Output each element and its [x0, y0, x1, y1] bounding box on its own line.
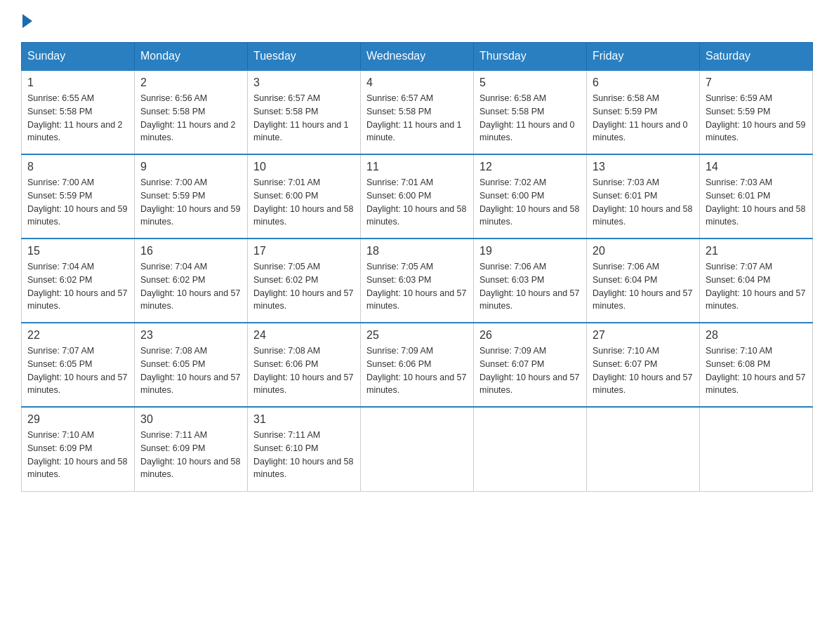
day-cell: 21 Sunrise: 7:07 AM Sunset: 6:04 PM Dayl…	[700, 239, 813, 323]
day-info: Sunrise: 7:03 AM Sunset: 6:01 PM Dayligh…	[706, 176, 807, 229]
day-cell: 22 Sunrise: 7:07 AM Sunset: 6:05 PM Dayl…	[22, 323, 135, 407]
day-info: Sunrise: 6:59 AM Sunset: 5:59 PM Dayligh…	[706, 92, 807, 145]
day-number: 9	[140, 161, 241, 173]
day-cell: 26 Sunrise: 7:09 AM Sunset: 6:07 PM Dayl…	[474, 323, 587, 407]
week-row-2: 8 Sunrise: 7:00 AM Sunset: 5:59 PM Dayli…	[22, 154, 813, 239]
day-cell: 5 Sunrise: 6:58 AM Sunset: 5:58 PM Dayli…	[474, 70, 587, 154]
day-info: Sunrise: 6:57 AM Sunset: 5:58 PM Dayligh…	[253, 92, 355, 145]
day-info: Sunrise: 7:05 AM Sunset: 6:02 PM Dayligh…	[253, 260, 355, 313]
day-info: Sunrise: 7:04 AM Sunset: 6:02 PM Dayligh…	[140, 260, 241, 313]
day-info: Sunrise: 7:02 AM Sunset: 6:00 PM Dayligh…	[479, 176, 581, 229]
header-sunday: Sunday	[22, 43, 135, 71]
day-cell: 9 Sunrise: 7:00 AM Sunset: 5:59 PM Dayli…	[135, 154, 248, 239]
week-row-3: 15 Sunrise: 7:04 AM Sunset: 6:02 PM Dayl…	[22, 239, 813, 323]
day-info: Sunrise: 6:56 AM Sunset: 5:58 PM Dayligh…	[140, 92, 241, 145]
day-cell: 2 Sunrise: 6:56 AM Sunset: 5:58 PM Dayli…	[135, 70, 248, 154]
day-cell: 4 Sunrise: 6:57 AM Sunset: 5:58 PM Dayli…	[361, 70, 474, 154]
day-number: 28	[706, 329, 807, 342]
day-cell	[587, 407, 700, 491]
logo	[21, 14, 34, 28]
day-number: 3	[253, 76, 355, 89]
day-cell: 20 Sunrise: 7:06 AM Sunset: 6:04 PM Dayl…	[587, 239, 700, 323]
day-cell: 28 Sunrise: 7:10 AM Sunset: 6:08 PM Dayl…	[700, 323, 813, 407]
day-cell: 31 Sunrise: 7:11 AM Sunset: 6:10 PM Dayl…	[248, 407, 361, 491]
day-number: 24	[253, 329, 355, 342]
week-row-5: 29 Sunrise: 7:10 AM Sunset: 6:09 PM Dayl…	[22, 407, 813, 491]
day-info: Sunrise: 7:09 AM Sunset: 6:07 PM Dayligh…	[479, 344, 581, 397]
day-number: 27	[593, 329, 694, 342]
week-row-1: 1 Sunrise: 6:55 AM Sunset: 5:58 PM Dayli…	[22, 70, 813, 154]
day-info: Sunrise: 7:11 AM Sunset: 6:10 PM Dayligh…	[253, 429, 355, 481]
day-cell: 3 Sunrise: 6:57 AM Sunset: 5:58 PM Dayli…	[248, 70, 361, 154]
day-info: Sunrise: 7:11 AM Sunset: 6:09 PM Dayligh…	[140, 429, 241, 481]
logo-arrow-icon	[22, 14, 32, 28]
day-number: 26	[479, 329, 581, 342]
day-number: 14	[706, 161, 807, 173]
header-saturday: Saturday	[700, 43, 813, 71]
day-info: Sunrise: 7:00 AM Sunset: 5:59 PM Dayligh…	[27, 176, 128, 229]
header-monday: Monday	[135, 43, 248, 71]
day-number: 29	[27, 413, 128, 426]
day-info: Sunrise: 7:06 AM Sunset: 6:03 PM Dayligh…	[479, 260, 581, 313]
day-cell	[474, 407, 587, 491]
day-info: Sunrise: 7:00 AM Sunset: 5:59 PM Dayligh…	[140, 176, 241, 229]
week-row-4: 22 Sunrise: 7:07 AM Sunset: 6:05 PM Dayl…	[22, 323, 813, 407]
day-number: 6	[593, 76, 694, 89]
day-cell: 16 Sunrise: 7:04 AM Sunset: 6:02 PM Dayl…	[135, 239, 248, 323]
day-number: 4	[366, 76, 468, 89]
day-info: Sunrise: 7:07 AM Sunset: 6:04 PM Dayligh…	[706, 260, 807, 313]
day-cell: 18 Sunrise: 7:05 AM Sunset: 6:03 PM Dayl…	[361, 239, 474, 323]
day-info: Sunrise: 7:05 AM Sunset: 6:03 PM Dayligh…	[366, 260, 468, 313]
day-cell: 8 Sunrise: 7:00 AM Sunset: 5:59 PM Dayli…	[22, 154, 135, 239]
header-wednesday: Wednesday	[361, 43, 474, 71]
calendar-table: SundayMondayTuesdayWednesdayThursdayFrid…	[21, 42, 813, 492]
day-info: Sunrise: 7:09 AM Sunset: 6:06 PM Dayligh…	[366, 344, 468, 397]
day-number: 18	[366, 245, 468, 257]
day-cell: 24 Sunrise: 7:08 AM Sunset: 6:06 PM Dayl…	[248, 323, 361, 407]
day-info: Sunrise: 7:08 AM Sunset: 6:05 PM Dayligh…	[140, 344, 241, 397]
day-number: 12	[479, 161, 581, 173]
day-number: 31	[253, 413, 355, 426]
header-tuesday: Tuesday	[248, 43, 361, 71]
day-cell: 19 Sunrise: 7:06 AM Sunset: 6:03 PM Dayl…	[474, 239, 587, 323]
day-number: 23	[140, 329, 241, 342]
day-info: Sunrise: 7:06 AM Sunset: 6:04 PM Dayligh…	[593, 260, 694, 313]
day-cell: 1 Sunrise: 6:55 AM Sunset: 5:58 PM Dayli…	[22, 70, 135, 154]
day-number: 17	[253, 245, 355, 257]
day-number: 1	[27, 76, 128, 89]
day-number: 21	[706, 245, 807, 257]
day-cell: 25 Sunrise: 7:09 AM Sunset: 6:06 PM Dayl…	[361, 323, 474, 407]
day-number: 10	[253, 161, 355, 173]
day-number: 2	[140, 76, 241, 89]
day-info: Sunrise: 6:58 AM Sunset: 5:59 PM Dayligh…	[593, 92, 694, 145]
day-cell	[700, 407, 813, 491]
day-cell: 13 Sunrise: 7:03 AM Sunset: 6:01 PM Dayl…	[587, 154, 700, 239]
day-cell: 17 Sunrise: 7:05 AM Sunset: 6:02 PM Dayl…	[248, 239, 361, 323]
day-cell: 7 Sunrise: 6:59 AM Sunset: 5:59 PM Dayli…	[700, 70, 813, 154]
day-number: 16	[140, 245, 241, 257]
day-cell: 14 Sunrise: 7:03 AM Sunset: 6:01 PM Dayl…	[700, 154, 813, 239]
day-cell: 30 Sunrise: 7:11 AM Sunset: 6:09 PM Dayl…	[135, 407, 248, 491]
day-info: Sunrise: 7:03 AM Sunset: 6:01 PM Dayligh…	[593, 176, 694, 229]
day-number: 22	[27, 329, 128, 342]
header-friday: Friday	[587, 43, 700, 71]
day-cell: 27 Sunrise: 7:10 AM Sunset: 6:07 PM Dayl…	[587, 323, 700, 407]
day-cell: 15 Sunrise: 7:04 AM Sunset: 6:02 PM Dayl…	[22, 239, 135, 323]
day-number: 11	[366, 161, 468, 173]
day-info: Sunrise: 7:01 AM Sunset: 6:00 PM Dayligh…	[253, 176, 355, 229]
day-number: 25	[366, 329, 468, 342]
header-row: SundayMondayTuesdayWednesdayThursdayFrid…	[22, 43, 813, 71]
page-header	[21, 14, 813, 28]
day-cell	[361, 407, 474, 491]
day-cell: 29 Sunrise: 7:10 AM Sunset: 6:09 PM Dayl…	[22, 407, 135, 491]
day-info: Sunrise: 6:58 AM Sunset: 5:58 PM Dayligh…	[479, 92, 581, 145]
day-info: Sunrise: 7:04 AM Sunset: 6:02 PM Dayligh…	[27, 260, 128, 313]
day-cell: 11 Sunrise: 7:01 AM Sunset: 6:00 PM Dayl…	[361, 154, 474, 239]
day-info: Sunrise: 7:10 AM Sunset: 6:07 PM Dayligh…	[593, 344, 694, 397]
day-cell: 12 Sunrise: 7:02 AM Sunset: 6:00 PM Dayl…	[474, 154, 587, 239]
day-info: Sunrise: 6:55 AM Sunset: 5:58 PM Dayligh…	[27, 92, 128, 145]
day-number: 5	[479, 76, 581, 89]
day-number: 30	[140, 413, 241, 426]
header-thursday: Thursday	[474, 43, 587, 71]
day-number: 13	[593, 161, 694, 173]
